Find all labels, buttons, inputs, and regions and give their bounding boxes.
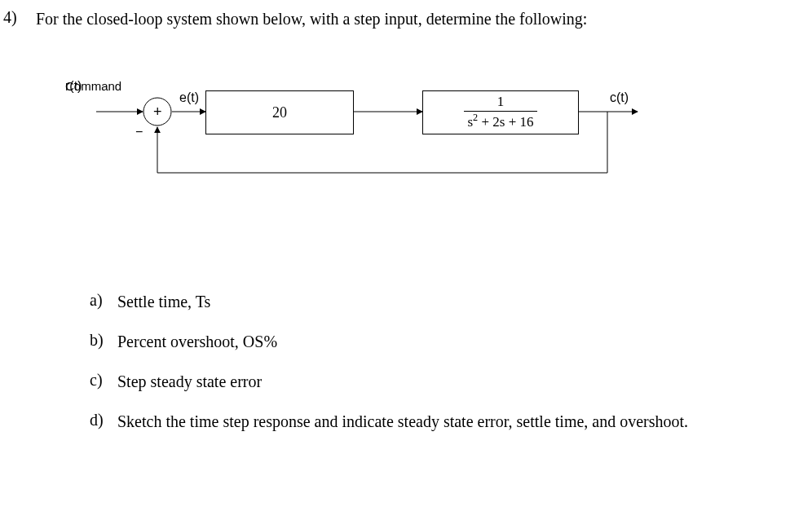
input-label-bottom: r(t) — [65, 79, 82, 94]
page: 4) For the closed-loop system shown belo… — [0, 0, 812, 459]
sub-d: d) Sketch the time step response and ind… — [90, 411, 788, 433]
gain-block: 20 — [205, 90, 354, 134]
output-label: c(t) — [610, 90, 629, 105]
sub-d-letter: d) — [90, 411, 117, 430]
question-row: 4) For the closed-loop system shown belo… — [0, 8, 788, 30]
block-diagram: Command r(t) + − e(t) 20 1 s2 + 2s + 16 … — [65, 79, 788, 201]
sub-c-text: Step steady state error — [117, 371, 788, 393]
transfer-function: 1 s2 + 2s + 16 — [464, 95, 536, 130]
plant-block: 1 s2 + 2s + 16 — [422, 90, 579, 134]
sub-b: b) Percent overshoot, OS% — [90, 331, 788, 353]
gain-value: 20 — [272, 104, 287, 121]
sub-c: c) Step steady state error — [90, 371, 788, 393]
sub-a: a) Settle time, Ts — [90, 291, 788, 313]
sub-b-letter: b) — [90, 331, 117, 350]
sub-c-letter: c) — [90, 371, 117, 390]
tf-numerator: 1 — [464, 95, 536, 112]
sum-minus-icon: − — [135, 125, 143, 139]
error-label: e(t) — [179, 90, 199, 105]
sub-questions: a) Settle time, Ts b) Percent overshoot,… — [90, 291, 788, 433]
sub-d-text: Sketch the time step response and indica… — [117, 411, 788, 433]
sub-b-text: Percent overshoot, OS% — [117, 331, 788, 353]
sub-a-letter: a) — [90, 291, 117, 310]
tf-denominator: s2 + 2s + 16 — [464, 112, 536, 130]
question-prompt: For the closed-loop system shown below, … — [36, 8, 788, 30]
question-number: 4) — [0, 8, 36, 27]
tf-sup2: 2 — [473, 112, 478, 123]
tf-s2: s — [500, 114, 505, 130]
sum-plus-icon: + — [153, 104, 162, 121]
sub-a-text: Settle time, Ts — [117, 291, 788, 313]
